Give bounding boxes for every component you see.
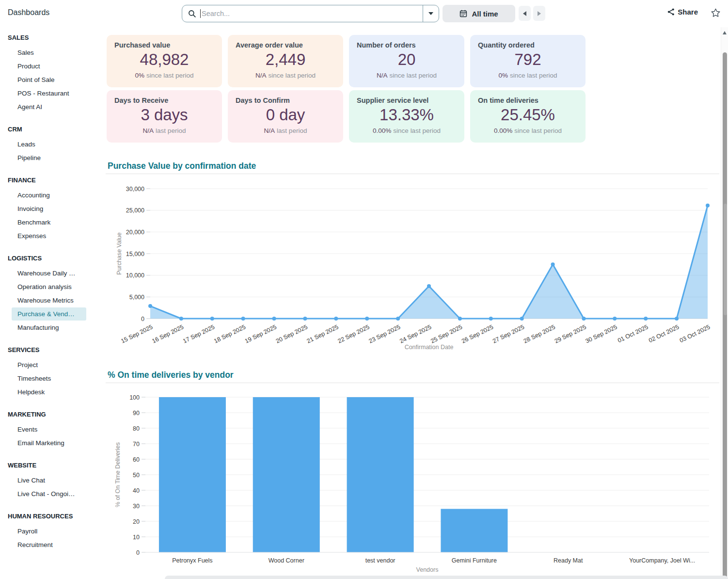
sidebar-item-timesheets[interactable]: Timesheets: [12, 372, 86, 385]
line-data-point[interactable]: [489, 317, 493, 321]
x-tick-label: Ready Mat: [554, 557, 583, 564]
svg-text:100: 100: [129, 394, 140, 401]
svg-text:10,000: 10,000: [126, 272, 144, 279]
sidebar-item-live-chat[interactable]: Live Chat: [12, 474, 86, 487]
sidebar-section-human-resources: HUMAN RESOURCESPayrollRecruitment: [0, 511, 97, 551]
favorite-button[interactable]: [711, 8, 721, 18]
ontime-deliveries-chart[interactable]: 0102030405060708090100Petronyx FuelsWood…: [97, 389, 728, 579]
line-data-point[interactable]: [613, 317, 617, 321]
sidebar-item-manufacturing[interactable]: Manufacturing: [12, 321, 86, 334]
line-data-point[interactable]: [644, 317, 648, 321]
svg-text:60: 60: [133, 456, 140, 463]
sidebar-item-live-chat-ongoi[interactable]: Live Chat - Ongoi…: [12, 487, 86, 500]
scroll-up-arrow-icon[interactable]: [723, 31, 727, 34]
sidebar-section-website: WEBSITELive ChatLive Chat - Ongoi…: [0, 460, 97, 500]
search-dropdown-toggle[interactable]: [423, 5, 439, 22]
sidebar-item-pipeline[interactable]: Pipeline: [12, 151, 86, 164]
sidebar-item-product[interactable]: Product: [12, 60, 86, 73]
line-data-point[interactable]: [303, 317, 307, 321]
x-tick-label: 20 Sep 2025: [275, 323, 309, 345]
kpi-card-average-order-value: Average order value2,449N/Asince last pe…: [228, 35, 343, 87]
line-data-point[interactable]: [458, 317, 462, 321]
svg-text:25,000: 25,000: [126, 207, 144, 214]
bar-test-vendor[interactable]: [347, 397, 414, 552]
sidebar-item-benchmark[interactable]: Benchmark: [12, 216, 86, 229]
period-filter-button[interactable]: All time: [443, 5, 515, 22]
sidebar-item-warehouse-metrics[interactable]: Warehouse Metrics: [12, 294, 86, 307]
svg-text:0: 0: [136, 549, 140, 556]
line-data-point[interactable]: [365, 317, 369, 321]
sidebar-item-warehouse-daily[interactable]: Warehouse Daily …: [12, 267, 86, 280]
line-data-point[interactable]: [396, 317, 400, 321]
bar-wood-corner[interactable]: [253, 397, 320, 552]
kpi-title: Days to Receive: [114, 96, 214, 104]
kpi-delta: 0%since last period: [478, 72, 578, 79]
x-tick-label: 28 Sep 2025: [522, 323, 556, 345]
kpi-delta-value: 0%: [135, 72, 144, 79]
chevron-right-icon: [538, 11, 541, 16]
sidebar-section-label: SALES: [0, 32, 97, 46]
kpi-delta: N/Alast period: [114, 127, 214, 134]
search-box[interactable]: [182, 5, 439, 22]
sidebar-item-agent-ai[interactable]: Agent AI: [12, 100, 86, 113]
share-button[interactable]: Share: [667, 8, 698, 16]
line-data-point[interactable]: [272, 317, 276, 321]
line-data-point[interactable]: [675, 317, 679, 321]
line-data-point[interactable]: [148, 304, 152, 308]
purchase-value-chart[interactable]: 05,00010,00015,00020,00025,00030,00015 S…: [97, 183, 728, 360]
sidebar-item-pos-restaurant[interactable]: POS - Restaurant: [12, 87, 86, 100]
sidebar-item-project[interactable]: Project: [12, 358, 86, 371]
sidebar-item-events[interactable]: Events: [12, 423, 86, 436]
kpi-delta: N/Asince last period: [236, 72, 335, 79]
sidebar-item-payroll[interactable]: Payroll: [12, 525, 86, 538]
sidebar-item-point-of-sale[interactable]: Point of Sale: [12, 73, 86, 86]
kpi-card-days-to-confirm: Days to Confirm0 dayN/Alast period: [228, 90, 343, 143]
line-data-point[interactable]: [520, 317, 524, 321]
sidebar-item-operation-analysis[interactable]: Operation analysis: [12, 280, 86, 293]
line-data-point[interactable]: [706, 204, 710, 208]
sidebar-section-label: WEBSITE: [0, 460, 97, 474]
ontime-chart-title: % On time deliveries by vendor: [108, 370, 234, 380]
app-title: Dashboards: [8, 8, 49, 17]
bar-petronyx-fuels[interactable]: [159, 397, 226, 552]
sidebar-item-helpdesk[interactable]: Helpdesk: [12, 386, 86, 399]
svg-text:0: 0: [141, 316, 144, 322]
chevron-down-icon: [428, 12, 433, 15]
kpi-value: 792: [478, 50, 578, 69]
kpi-value: 13.33%: [357, 106, 457, 124]
next-period-button[interactable]: [533, 6, 545, 21]
sidebar-item-invoicing[interactable]: Invoicing: [12, 202, 86, 215]
x-tick-label: 29 Sep 2025: [554, 323, 587, 345]
kpi-title: Quantity ordered: [478, 41, 578, 49]
main-scrollbar-thumb[interactable]: [724, 204, 727, 315]
sidebar-scrollbar-thumb[interactable]: [723, 52, 727, 578]
sidebar-item-purchase-vend[interactable]: Purchase & Vend…: [12, 307, 86, 321]
search-input[interactable]: [201, 6, 423, 21]
line-data-point[interactable]: [551, 262, 555, 266]
line-data-point[interactable]: [334, 317, 338, 321]
sidebar-item-recruitment[interactable]: Recruitment: [12, 538, 86, 551]
bar-gemini-furniture[interactable]: [441, 509, 507, 552]
kpi-value: 3 days: [114, 106, 214, 124]
svg-text:70: 70: [133, 441, 140, 448]
x-tick-label: Wood Corner: [269, 557, 304, 564]
svg-text:15,000: 15,000: [126, 251, 144, 257]
x-tick-label: 21 Sep 2025: [306, 323, 340, 345]
sidebar-item-email-marketing[interactable]: Email Marketing: [12, 436, 86, 450]
sidebar-item-accounting[interactable]: Accounting: [12, 189, 86, 202]
kpi-delta: 0%since last period: [114, 72, 214, 79]
line-data-point[interactable]: [179, 317, 183, 321]
kpi-value: 20: [357, 50, 457, 69]
line-data-point[interactable]: [241, 317, 245, 321]
previous-period-button[interactable]: [519, 6, 531, 21]
line-data-point[interactable]: [210, 317, 214, 321]
sidebar-sections: SALESSalesProductPoint of SalePOS - Rest…: [0, 32, 97, 551]
sidebar-item-leads[interactable]: Leads: [12, 138, 86, 151]
sidebar-section-label: LOGISTICS: [0, 253, 97, 267]
sidebar-item-sales[interactable]: Sales: [12, 46, 86, 59]
kpi-delta: 0.00%since last period: [357, 127, 457, 134]
line-data-point[interactable]: [582, 317, 586, 321]
line-data-point[interactable]: [427, 284, 431, 288]
svg-text:Purchase Value: Purchase Value: [116, 232, 123, 274]
sidebar-item-expenses[interactable]: Expenses: [12, 229, 86, 242]
